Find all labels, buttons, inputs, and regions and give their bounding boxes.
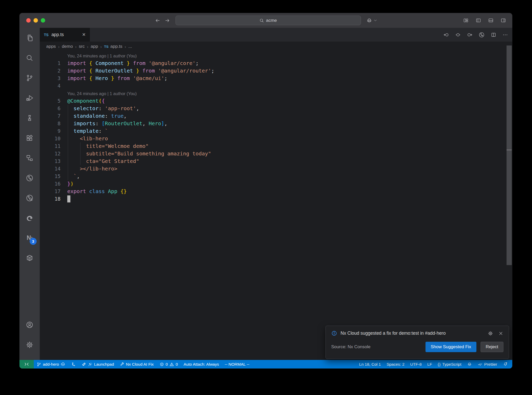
minimize-window-button[interactable] — [34, 18, 38, 23]
problems-status[interactable]: 00 — [157, 360, 181, 368]
plug-icon — [88, 362, 92, 367]
eol-status[interactable]: LF — [424, 360, 435, 368]
prettier-status[interactable]: Prettier — [475, 360, 500, 368]
indent-guide — [80, 150, 81, 157]
editor-code[interactable]: You, 24 minutes ago | 1 author (You)1imp… — [40, 51, 512, 360]
remote-indicator[interactable] — [19, 360, 34, 368]
nav-dot-icon[interactable] — [455, 32, 461, 38]
encoding-status[interactable]: UTF-8 — [407, 360, 424, 368]
code-line: 2import { RouterOutlet } from '@angular/… — [40, 67, 512, 75]
code-line: 5@Component({ — [40, 97, 512, 105]
notification-close-icon[interactable] — [498, 331, 503, 336]
error-circle-icon — [159, 362, 164, 367]
code-line: 15 `, — [40, 173, 512, 180]
code-line: 13 cta="Get Started" — [40, 157, 512, 165]
indent-guide — [68, 127, 68, 135]
status-label: Auto Attach: Always — [184, 362, 219, 367]
activity-gitlens-inspect-button[interactable] — [19, 188, 40, 208]
activity-search-button[interactable] — [19, 48, 40, 68]
code-line: 10 <lib-hero — [40, 135, 512, 142]
show-suggested-fix-button[interactable]: Show Suggested Fix — [425, 342, 476, 352]
tab-app-ts[interactable]: TS app.ts ✕ — [40, 28, 90, 42]
files-icon — [26, 34, 34, 42]
notification-source: Source: Nx Console — [331, 344, 425, 350]
indentation-status[interactable]: Spaces: 2 — [384, 360, 407, 368]
activity-extensions-button[interactable] — [19, 128, 40, 148]
status-label: TypeScript — [442, 362, 461, 367]
breadcrumb-item[interactable]: src — [79, 44, 85, 49]
warning-triangle-icon — [169, 362, 174, 367]
gitlens-inspect-icon — [26, 194, 34, 202]
activity-testing-button[interactable] — [19, 108, 40, 128]
nav-back-icon[interactable] — [443, 32, 449, 38]
breadcrumb-item[interactable]: ... — [128, 44, 132, 49]
history-forward-button[interactable] — [164, 18, 170, 23]
activity-project-explorer-button[interactable] — [19, 148, 40, 168]
activity-edge-tools-button[interactable] — [19, 208, 40, 228]
nx-cloud-ai-fix-status[interactable]: Nx Cloud AI Fix — [117, 360, 157, 368]
activity-settings-button[interactable] — [19, 335, 40, 355]
toggle-secondary-sidebar-icon[interactable] — [501, 18, 506, 23]
notification-title: Nx Cloud suggested a fix for demo:test i… — [341, 331, 484, 336]
close-tab-icon[interactable]: ✕ — [82, 32, 86, 37]
history-back-button[interactable] — [155, 18, 160, 23]
window-controls — [26, 18, 45, 23]
notification-toast: Nx Cloud suggested a fix for demo:test i… — [325, 326, 509, 359]
command-center-search[interactable]: acme — [175, 16, 361, 25]
org-tree-icon — [26, 154, 34, 162]
code-line: 12 subtitle="Build something amazing tod… — [40, 150, 512, 157]
editor-scrollbar[interactable] — [507, 45, 512, 265]
breadcrumb-item[interactable]: app — [91, 44, 98, 49]
split-editor-icon[interactable] — [491, 32, 496, 38]
remote-icon — [24, 362, 29, 367]
activity-explorer-button[interactable] — [19, 28, 40, 48]
activity-nx-console-button[interactable]: N›3 — [19, 228, 40, 248]
status-label: 0 — [166, 362, 168, 367]
vim-mode-status[interactable]: -- NORMAL -- — [222, 360, 252, 368]
customize-layout-icon[interactable] — [463, 18, 469, 23]
reject-button[interactable]: Reject — [481, 342, 503, 352]
graph-status[interactable] — [68, 360, 79, 368]
status-label: Launchpad — [94, 362, 114, 367]
activity-source-control-button[interactable] — [19, 68, 40, 88]
activity-run-debug-button[interactable] — [19, 88, 40, 108]
toggle-panel-icon[interactable] — [488, 18, 494, 23]
code-line: 16}) — [40, 180, 512, 188]
auto-attach-status[interactable]: Auto Attach: Always — [181, 360, 222, 368]
nav-forward-icon[interactable] — [467, 32, 473, 38]
code-line: 7 standalone: true, — [40, 112, 512, 120]
code-line: 18 — [40, 195, 512, 203]
gitlens-icon — [26, 174, 34, 182]
title-bar: acme — [19, 13, 512, 28]
rocket-icon — [82, 362, 86, 367]
branch-status[interactable]: add-hero — [34, 360, 68, 368]
zoom-window-button[interactable] — [41, 18, 45, 23]
line-number: 11 — [40, 142, 61, 150]
graph-circle-icon[interactable] — [478, 32, 485, 38]
activity-gitlens-button[interactable] — [19, 168, 40, 188]
close-window-button[interactable] — [26, 18, 31, 23]
code-line: 9 template: ` — [40, 127, 512, 135]
breadcrumb-separator: › — [125, 44, 126, 49]
notifications-status[interactable] — [500, 360, 511, 368]
status-label: UTF-8 — [410, 362, 422, 367]
copilot-menu-button[interactable] — [366, 17, 377, 24]
wrench-icon — [120, 362, 124, 367]
toggle-sidebar-icon[interactable] — [476, 18, 481, 23]
status-label: Nx Cloud AI Fix — [126, 362, 154, 367]
ellipsis-icon[interactable] — [502, 32, 508, 38]
activity-containers-button[interactable] — [19, 248, 40, 268]
status-label: 0 — [176, 362, 178, 367]
checks-icon — [478, 362, 483, 367]
breadcrumb-item[interactable]: apps — [46, 44, 56, 49]
language-status[interactable]: {}TypeScript — [435, 360, 464, 368]
activity-accounts-button[interactable] — [19, 315, 40, 335]
notification-settings-icon[interactable] — [488, 331, 493, 336]
cloud-upload-icon — [61, 362, 65, 367]
activity-bar: N›3 — [19, 28, 40, 360]
copilot-status[interactable] — [464, 360, 475, 368]
launchpad-status[interactable]: Launchpad — [79, 360, 117, 368]
cursor-position-status[interactable]: Ln 18, Col 1 — [356, 360, 384, 368]
breadcrumb-item[interactable]: demo — [62, 44, 73, 49]
breadcrumb-item[interactable]: app.ts — [110, 44, 122, 49]
